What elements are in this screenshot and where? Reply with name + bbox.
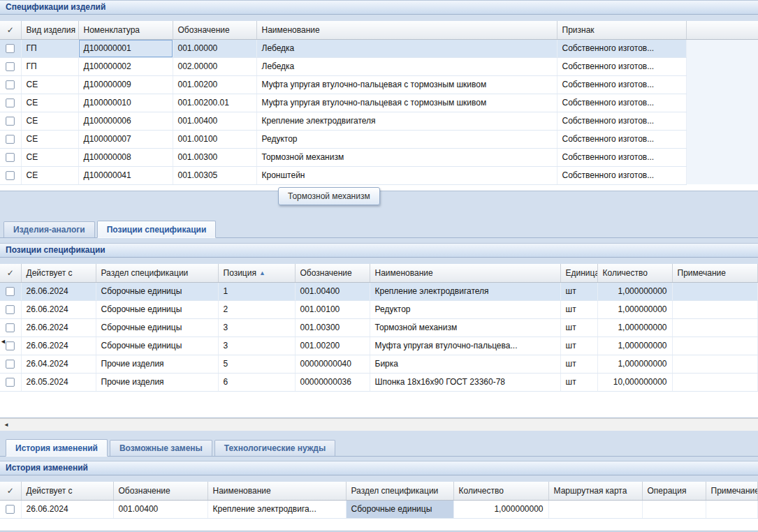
cell-name[interactable]: Крепление электродвигателя: [256, 112, 557, 130]
col-header-note[interactable]: Примечание: [706, 482, 758, 500]
col-header-name[interactable]: Наименование: [256, 21, 557, 39]
table-row[interactable]: ГПД100000001001.00000ЛебедкаСобственного…: [0, 39, 758, 57]
cell-qty[interactable]: 1,000000000: [597, 337, 672, 355]
cell-route[interactable]: [548, 500, 642, 518]
cell-date[interactable]: 26.06.2024: [21, 300, 96, 318]
cell-vid[interactable]: СЕ: [21, 166, 78, 184]
cell-attribute[interactable]: Собственного изготов...: [557, 94, 686, 112]
select-all-header[interactable]: ✓: [0, 264, 21, 282]
col-header-qty[interactable]: Количество: [453, 482, 548, 500]
tab-change-history[interactable]: История изменений: [6, 439, 108, 457]
table-row[interactable]: 26.06.2024Сборочные единицы3001.00300Тор…: [0, 318, 758, 337]
cell-nomenclature[interactable]: Д100000007: [78, 130, 173, 148]
col-header-operation[interactable]: Операция: [642, 482, 706, 500]
table-row[interactable]: СЕД100000010001.00200.01Муфта упругая вт…: [0, 94, 758, 112]
cell-vid[interactable]: СЕ: [21, 148, 78, 166]
cell-note[interactable]: [672, 373, 758, 391]
cell-vid[interactable]: ГП: [21, 57, 78, 75]
col-header-route[interactable]: Маршрутная карта: [548, 482, 642, 500]
tab-possible-replacements[interactable]: Возможные замены: [110, 440, 212, 456]
cell-operation[interactable]: [642, 500, 706, 518]
cell-unit[interactable]: шт: [560, 373, 597, 391]
col-header-section[interactable]: Раздел спецификации: [96, 264, 218, 282]
col-header-qty[interactable]: Количество: [597, 264, 672, 282]
cell-unit[interactable]: шт: [560, 300, 597, 318]
row-checkbox[interactable]: [6, 44, 15, 53]
cell-date[interactable]: 26.06.2024: [21, 318, 96, 337]
table-row[interactable]: 26.06.2024001.00400Крепление электродвиг…: [0, 500, 758, 518]
row-checkbox[interactable]: [6, 117, 15, 126]
cell-date[interactable]: 26.06.2024: [21, 337, 96, 355]
cell-attribute[interactable]: Собственного изготов...: [557, 166, 686, 184]
cell-name[interactable]: Кронштейн: [256, 166, 557, 184]
cell-name[interactable]: Лебедка: [256, 39, 557, 57]
cell-nomenclature[interactable]: Д100000041: [78, 166, 173, 184]
cell-nomenclature[interactable]: Д100000002: [78, 57, 173, 75]
col-header-nomenclature[interactable]: Номенклатура: [78, 21, 173, 39]
row-checkbox[interactable]: [6, 305, 15, 314]
table-row[interactable]: 26.04.2024Прочие изделия500000000040Бирк…: [0, 355, 758, 373]
cell-position[interactable]: 3: [218, 318, 295, 337]
cell-note[interactable]: [672, 318, 758, 337]
row-checkbox[interactable]: [6, 62, 15, 71]
cell-unit[interactable]: шт: [560, 282, 597, 300]
horizontal-scrollbar[interactable]: ◄: [0, 418, 758, 431]
cell-designation[interactable]: 00000000040: [295, 355, 370, 373]
cell-name[interactable]: Редуктор: [256, 130, 557, 148]
cell-name[interactable]: Лебедка: [256, 57, 557, 75]
cell-designation[interactable]: 001.00200: [173, 75, 256, 94]
cell-qty[interactable]: 1,000000000: [597, 300, 672, 318]
cell-designation[interactable]: 001.00400: [113, 500, 207, 518]
cell-unit[interactable]: шт: [560, 355, 597, 373]
cell-name[interactable]: Бирка: [370, 355, 560, 373]
cell-designation[interactable]: 001.00100: [295, 300, 370, 318]
cell-vid[interactable]: ГП: [21, 39, 78, 57]
cell-note[interactable]: [706, 500, 758, 518]
cell-name[interactable]: Тормозной механизм: [256, 148, 557, 166]
cell-designation[interactable]: 001.00200.01: [173, 94, 256, 112]
col-header-name[interactable]: Наименование: [207, 482, 346, 500]
cell-name[interactable]: Крепление электродвигателя: [370, 282, 560, 300]
scroll-left-arrow-icon[interactable]: ◄: [1, 420, 11, 430]
cell-unit[interactable]: шт: [560, 318, 597, 337]
cell-position[interactable]: 5: [218, 355, 295, 373]
cell-note[interactable]: [672, 300, 758, 318]
cell-qty[interactable]: 1,000000000: [597, 282, 672, 300]
table-row[interactable]: СЕД100000006001.00400Крепление электродв…: [0, 112, 758, 130]
row-checkbox[interactable]: [6, 80, 15, 89]
col-header-designation[interactable]: Обозначение: [295, 264, 370, 282]
row-checkbox[interactable]: [6, 98, 15, 108]
cell-section[interactable]: Сборочные единицы: [346, 500, 453, 518]
row-checkbox[interactable]: [6, 135, 15, 144]
table-row[interactable]: 26.05.2024Прочие изделия600000000036Шпон…: [0, 373, 758, 391]
cell-section[interactable]: Сборочные единицы: [96, 282, 218, 300]
cell-designation[interactable]: 001.00300: [173, 148, 256, 166]
tab-products-analogs[interactable]: Изделия-аналоги: [3, 221, 95, 237]
col-header-date[interactable]: Действует с: [21, 264, 96, 282]
cell-note[interactable]: [672, 337, 758, 355]
cell-designation[interactable]: 001.00300: [295, 318, 370, 337]
row-checkbox[interactable]: [6, 323, 15, 332]
cell-attribute[interactable]: Собственного изготов...: [557, 130, 686, 148]
cell-nomenclature[interactable]: Д100000010: [78, 94, 173, 112]
cell-vid[interactable]: СЕ: [21, 112, 78, 130]
cell-designation[interactable]: 001.00400: [295, 282, 370, 300]
table-row[interactable]: 26.06.2024Сборочные единицы1001.00400Кре…: [0, 282, 758, 300]
cell-name[interactable]: Муфта упругая втулочно-пальцевая с тормо…: [256, 94, 557, 112]
cell-section[interactable]: Сборочные единицы: [96, 300, 218, 318]
row-checkbox[interactable]: [6, 341, 15, 350]
tab-technological-needs[interactable]: Технологические нужды: [214, 440, 335, 456]
cell-unit[interactable]: шт: [560, 337, 597, 355]
cell-name[interactable]: Муфта упругая втулочно-пальцевая с тормо…: [256, 75, 557, 94]
select-all-header[interactable]: ✓: [0, 21, 21, 39]
cell-nomenclature[interactable]: Д100000009: [78, 75, 173, 94]
table-row[interactable]: СЕД100000007001.00100РедукторСобственног…: [0, 130, 758, 148]
cell-qty[interactable]: 1,000000000: [597, 318, 672, 337]
cell-nomenclature[interactable]: Д100000001: [78, 39, 173, 57]
cell-note[interactable]: [672, 355, 758, 373]
row-checkbox[interactable]: [6, 360, 15, 369]
cell-nomenclature[interactable]: Д100000008: [78, 148, 173, 166]
table-row[interactable]: 26.06.2024Сборочные единицы3001.00200Муф…: [0, 337, 758, 355]
cell-attribute[interactable]: Собственного изготов...: [557, 148, 686, 166]
cell-designation[interactable]: 001.00200: [295, 337, 370, 355]
